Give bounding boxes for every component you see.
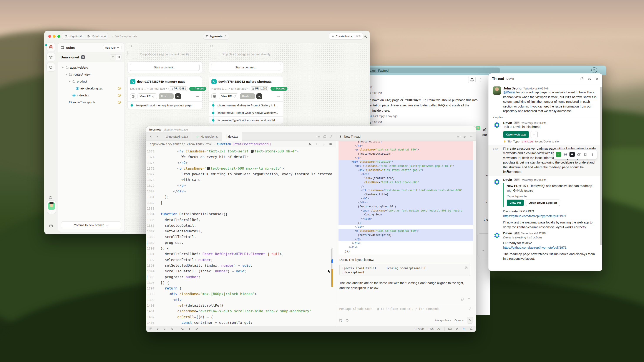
breadcrumb[interactable]: apps/web/src/routes/_view/index.tsx › fu… bbox=[146, 141, 336, 147]
branches-tab-button[interactable] bbox=[46, 53, 55, 61]
project-panel-icon[interactable] bbox=[149, 327, 152, 331]
tab-diagnostics[interactable]: No problems bbox=[192, 132, 222, 141]
new-tab-icon[interactable] bbox=[317, 135, 320, 138]
thread-message[interactable]: DevinAPPYesterday at 6:15 PM New PR #197… bbox=[493, 178, 598, 230]
commit-row[interactable]: chore: move Prompt Gallery above Workflo… bbox=[209, 109, 283, 116]
view-pr-button[interactable]: View PR bbox=[219, 93, 238, 99]
drop-zone[interactable]: Drop files to assign or commit directly bbox=[208, 50, 283, 58]
target-branch-pill[interactable]: origin/main | 13 min ago bbox=[62, 33, 108, 39]
branch-card[interactable]: devin/1764380912-gallery-shortcutsNothin… bbox=[208, 76, 283, 101]
cursor-position[interactable]: 1370:34 bbox=[414, 327, 424, 331]
agent-message-editor[interactable]: @ Always Ask ∨ Opus ∨ bbox=[336, 304, 476, 326]
mention-context-icon[interactable]: @ bbox=[339, 318, 342, 322]
commit-row[interactable]: fix: resolve TypeScript errors and add r… bbox=[209, 116, 283, 124]
commit-to-new-branch-button[interactable]: Commit to new branch bbox=[61, 221, 121, 229]
new-thread-icon[interactable] bbox=[456, 135, 460, 138]
model-dropdown[interactable]: Opus ∨ bbox=[454, 319, 464, 322]
reaction-eyes-icon[interactable] bbox=[563, 152, 568, 157]
branch-ai-button[interactable] bbox=[175, 93, 181, 99]
drop-zone[interactable]: Drop files to assign or commit directly bbox=[127, 50, 202, 58]
terminal-icon[interactable] bbox=[448, 327, 452, 331]
branch-name[interactable]: devin/1764380912-gallery-shortcuts bbox=[218, 80, 272, 83]
branch-menu-icon[interactable] bbox=[196, 95, 199, 98]
outline-panel-icon[interactable] bbox=[163, 327, 166, 331]
code-editor[interactable]: 1373 <h2 className="text-3xl font-serif … bbox=[146, 147, 336, 326]
view-pr-button[interactable]: View PR bbox=[507, 200, 524, 206]
view-pr-button[interactable]: View PR bbox=[138, 93, 157, 99]
push-button[interactable]: Push bbox=[158, 93, 174, 99]
branch-ai-button[interactable] bbox=[256, 93, 262, 99]
thread-scrollbar[interactable] bbox=[600, 87, 602, 245]
feedback-mail-button[interactable] bbox=[49, 224, 53, 228]
editor-controls-icon[interactable] bbox=[329, 142, 332, 146]
copy-icon[interactable] bbox=[464, 266, 468, 270]
edit-prediction-icon[interactable] bbox=[322, 142, 326, 146]
quick-actions-icon[interactable] bbox=[188, 327, 191, 331]
agent-diff-block[interactable]: {feature.title} </h3> <p className="text… bbox=[338, 141, 473, 255]
ai-assistant-icon[interactable] bbox=[462, 327, 466, 331]
notifications-bell-button[interactable] bbox=[468, 76, 476, 83]
close-window-button[interactable] bbox=[48, 35, 51, 38]
diagnostics-ok-icon[interactable] bbox=[195, 327, 198, 331]
debugger-icon[interactable] bbox=[456, 327, 459, 331]
pr-link[interactable]: https://github.com/fastrepl/hyprnote/pul… bbox=[503, 214, 566, 219]
pr-badge[interactable]: PR #1982 bbox=[250, 86, 269, 91]
commit-row[interactable]: chore: rename Gallery to Prompt Gallery … bbox=[209, 102, 283, 109]
nav-back-icon[interactable] bbox=[149, 135, 152, 138]
branch-card[interactable]: devin/1764380749-memory-pageNothing to .… bbox=[127, 76, 202, 101]
expand-input-icon[interactable] bbox=[468, 307, 472, 310]
slack-composer-fragment[interactable] bbox=[478, 233, 490, 257]
zoom-pane-icon[interactable] bbox=[330, 135, 333, 138]
nav-forward-icon[interactable] bbox=[156, 135, 159, 138]
add-reaction-icon[interactable] bbox=[576, 152, 582, 157]
lane-menu-icon[interactable] bbox=[278, 44, 282, 48]
account-button[interactable] bbox=[47, 200, 56, 214]
panel-more-icon[interactable] bbox=[470, 135, 473, 138]
tree-item-apps-web-src[interactable]: apps/web/src bbox=[59, 64, 123, 71]
actions-zap-icon[interactable] bbox=[364, 34, 368, 38]
list-view-button[interactable] bbox=[110, 54, 116, 60]
follow-cursor-icon[interactable] bbox=[346, 319, 349, 322]
slack-search-input[interactable] bbox=[361, 67, 500, 73]
thread-list-icon[interactable] bbox=[463, 135, 466, 138]
more-options-icon[interactable] bbox=[479, 78, 483, 82]
tree-item-routetree-gen-ts[interactable]: TSrouteTree.gen.ts bbox=[59, 99, 123, 106]
send-button[interactable] bbox=[467, 317, 473, 324]
git-panel-icon[interactable] bbox=[156, 327, 160, 331]
tab-ai-notetaking[interactable]: ai-notetaking.tsx bbox=[162, 132, 192, 141]
scroll-top-icon[interactable] bbox=[467, 298, 470, 301]
language-mode[interactable]: TSX bbox=[428, 327, 434, 331]
tab-index-tsx[interactable]: index.tsx bbox=[222, 132, 242, 141]
open-in-window-icon[interactable] bbox=[580, 77, 584, 80]
collab-panel-icon[interactable] bbox=[170, 327, 174, 331]
push-button[interactable]: Push bbox=[240, 93, 255, 99]
markdown-icon[interactable] bbox=[460, 298, 464, 301]
thread-options-icon[interactable] bbox=[588, 77, 592, 80]
inline-assist-icon[interactable] bbox=[316, 142, 319, 146]
settings-button[interactable] bbox=[48, 196, 52, 200]
open-web-app-button[interactable]: Open web app bbox=[503, 131, 529, 138]
pr-badge[interactable]: PR #1981 bbox=[168, 86, 188, 91]
more-actions-button[interactable]: ⋯ bbox=[530, 131, 538, 138]
branch-name[interactable]: devin/1764380749-memory-page bbox=[137, 80, 185, 83]
tree-item-index-tsx[interactable]: index.tsx bbox=[59, 92, 123, 99]
thread-message[interactable]: DevinAPPYesterday at 6:06 PM Talk to Dev… bbox=[493, 121, 598, 143]
history-tab-button[interactable] bbox=[46, 63, 55, 72]
split-pane-icon[interactable] bbox=[323, 135, 326, 138]
collapse-lane-icon[interactable] bbox=[210, 44, 213, 48]
branch-review-button[interactable] bbox=[130, 93, 136, 99]
lane-menu-icon[interactable] bbox=[197, 44, 201, 48]
help-icon[interactable]: ? bbox=[592, 67, 597, 73]
tree-item-routes-view[interactable]: routes/_view bbox=[59, 71, 123, 78]
thread-message[interactable]: DevinAPPYesterday at 6:27 PM Devin is aw… bbox=[493, 231, 598, 261]
permission-mode-dropdown[interactable]: Always Ask ∨ bbox=[435, 319, 452, 322]
chevron-down-icon[interactable] bbox=[62, 66, 64, 69]
chevron-down-icon[interactable] bbox=[65, 73, 68, 76]
pr-link[interactable]: https://github.com/fastrepl/hyprnote/pul… bbox=[503, 245, 566, 250]
minimize-window-button[interactable] bbox=[53, 35, 56, 38]
create-branch-button[interactable]: Create branch ⌘B bbox=[329, 33, 363, 39]
mention[interactable]: @Devin bbox=[503, 90, 515, 94]
search-icon[interactable] bbox=[181, 327, 184, 331]
language-server-indicator[interactable]: Z» bbox=[437, 327, 441, 331]
notifications-icon[interactable] bbox=[470, 327, 473, 331]
